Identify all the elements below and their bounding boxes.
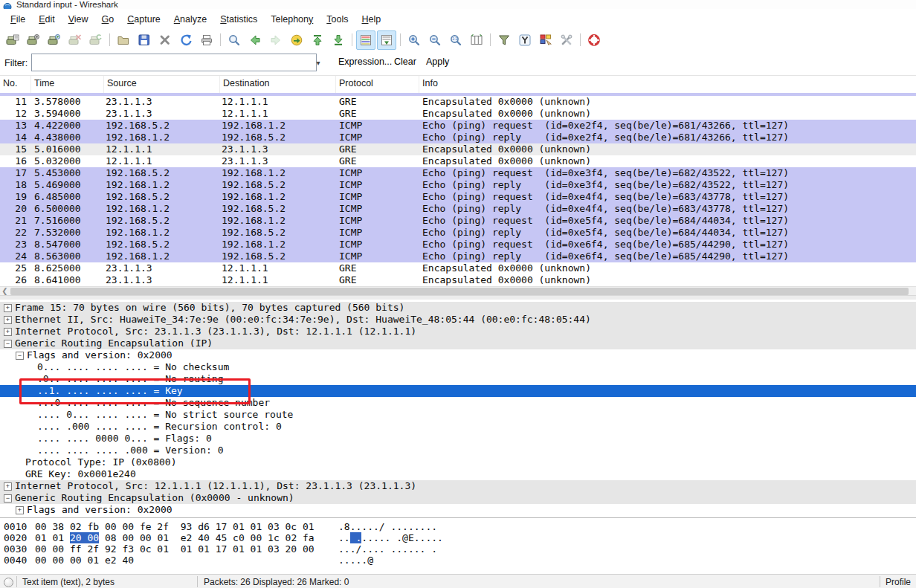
menu-item-statistics[interactable]: Statistics — [213, 11, 264, 28]
detail-row[interactable]: +Flags and version: 0x2000 — [0, 504, 916, 516]
column-header-protocol[interactable]: Protocol — [336, 76, 419, 93]
expand-icon[interactable]: + — [4, 328, 12, 336]
go-first-button[interactable] — [308, 30, 327, 50]
collapse-icon[interactable]: − — [4, 340, 12, 348]
packet-row-18[interactable]: 185.469000192.168.1.2192.168.5.2ICMPEcho… — [0, 179, 916, 191]
capture-options-button[interactable] — [24, 30, 43, 50]
zoom-100-button[interactable]: 1:1 — [446, 30, 465, 50]
detail-row[interactable]: −Flags and version: 0x2000 — [0, 349, 916, 361]
packet-row-17[interactable]: 175.453000192.168.5.2192.168.1.2ICMPEcho… — [0, 167, 916, 179]
menu-item-telephony[interactable]: Telephony — [264, 11, 320, 28]
detail-row[interactable]: Protocol Type: IP (0x0800) — [0, 456, 916, 468]
collapse-icon[interactable]: − — [4, 494, 12, 503]
detail-row[interactable]: .... .... 0000 0... = Flags: 0 — [0, 433, 916, 445]
detail-row[interactable]: .... 0... .... .... = No strict source r… — [0, 409, 916, 421]
apply-button[interactable]: Apply — [426, 56, 449, 67]
detail-row[interactable]: GRE Key: 0x0001e240 — [0, 468, 916, 480]
hex-ascii[interactable]: .8...../ ........ — [338, 521, 437, 532]
packet-row-11[interactable]: 113.57800023.1.1.312.1.1.1GREEncapsulate… — [0, 96, 916, 108]
hex-ascii[interactable]: .../.... ...... . — [338, 543, 437, 555]
clear-button[interactable]: Clear — [394, 56, 416, 67]
packet-row-14[interactable]: 144.438000192.168.1.2192.168.5.2ICMPEcho… — [0, 132, 916, 143]
detail-row[interactable]: .... .... .... .000 = Version: 0 — [0, 445, 916, 456]
zoom-out-button[interactable] — [425, 30, 445, 50]
detail-row[interactable]: .... .000 .... .... = Recursion control:… — [0, 421, 916, 433]
menu-item-view[interactable]: View — [62, 11, 95, 28]
detail-row[interactable]: +Ethernet II, Src: HuaweiTe_34:7e:9e (00… — [0, 314, 916, 326]
packet-row-19[interactable]: 196.485000192.168.5.2192.168.1.2ICMPEcho… — [0, 191, 916, 203]
expand-icon[interactable]: + — [4, 482, 12, 491]
auto-scroll-button[interactable] — [377, 30, 396, 50]
menu-item-analyze[interactable]: Analyze — [167, 11, 213, 28]
hex-bytes[interactable]: 00 00 ff 2f 92 f3 0c 01 01 01 17 01 01 0… — [35, 543, 315, 555]
column-header-info[interactable]: Info — [419, 76, 916, 93]
capture-start-button[interactable] — [45, 30, 64, 50]
hex-row-0040[interactable]: 004000 00 00 01 e2 40.....@ — [0, 555, 916, 566]
list-interfaces-button[interactable] — [3, 30, 22, 50]
reload-button[interactable] — [176, 30, 196, 50]
menu-item-capture[interactable]: Capture — [120, 11, 167, 28]
find-packet-button[interactable] — [225, 30, 244, 50]
expert-info-icon[interactable] — [4, 578, 13, 587]
menu-item-go[interactable]: Go — [95, 11, 121, 28]
expand-icon[interactable]: + — [4, 316, 12, 324]
resize-columns-button[interactable] — [467, 30, 486, 50]
colorize-button[interactable] — [356, 30, 375, 50]
packet-row-26[interactable]: 268.64100023.1.1.312.1.1.1GREEncapsulate… — [0, 274, 916, 286]
expand-icon[interactable]: + — [16, 506, 24, 514]
filter-input[interactable] — [31, 54, 317, 71]
hex-ascii[interactable]: .....@ — [338, 555, 373, 566]
close-capture-button[interactable] — [155, 30, 175, 50]
coloring-rules-button[interactable] — [536, 30, 555, 50]
preferences-button[interactable] — [557, 30, 576, 50]
go-back-button[interactable] — [245, 30, 265, 50]
packet-row-20[interactable]: 206.500000192.168.1.2192.168.5.2ICMPEcho… — [0, 203, 916, 215]
hex-bytes[interactable]: 00 00 00 01 e2 40 — [35, 555, 134, 566]
zoom-in-button[interactable] — [404, 30, 424, 50]
hex-row-0020[interactable]: 002001 01 20 00 08 00 00 01 e2 40 45 c0 … — [0, 532, 916, 543]
save-file-button[interactable] — [135, 30, 154, 50]
detail-row[interactable]: ..1. .... .... .... = Key — [0, 385, 916, 397]
detail-row[interactable]: +Internet Protocol, Src: 23.1.1.3 (23.1.… — [0, 326, 916, 337]
detail-row[interactable]: 0... .... .... .... = No checksum — [0, 361, 916, 373]
filter-dropdown-button[interactable]: ▾ — [312, 55, 324, 70]
detail-row[interactable]: +Frame 15: 70 bytes on wire (560 bits), … — [0, 302, 916, 314]
menu-item-tools[interactable]: Tools — [320, 11, 355, 28]
column-header-destination[interactable]: Destination — [220, 76, 336, 93]
collapse-icon[interactable]: − — [16, 352, 24, 360]
packet-row-24[interactable]: 248.563000192.168.1.2192.168.5.2ICMPEcho… — [0, 251, 916, 262]
menu-item-help[interactable]: Help — [355, 11, 387, 28]
packet-row-22[interactable]: 227.532000192.168.1.2192.168.5.2ICMPEcho… — [0, 227, 916, 239]
column-header-no[interactable]: No. — [0, 76, 31, 93]
hex-ascii[interactable]: .. ...... .@E..... — [338, 532, 443, 543]
hex-row-0010[interactable]: 001000 38 02 fb 00 00 fe 2f 93 d6 17 01 … — [0, 521, 916, 532]
menu-item-edit[interactable]: Edit — [32, 11, 62, 28]
packet-row-13[interactable]: 134.422000192.168.5.2192.168.1.2ICMPEcho… — [0, 120, 916, 132]
column-header-source[interactable]: Source — [104, 76, 220, 93]
expression-button[interactable]: Expression... — [338, 56, 392, 67]
packet-row-25[interactable]: 258.62500023.1.1.312.1.1.1GREEncapsulate… — [0, 262, 916, 274]
help-button[interactable] — [584, 30, 604, 50]
detail-row[interactable]: +Internet Protocol, Src: 12.1.1.1 (12.1.… — [0, 480, 916, 492]
hex-bytes[interactable]: 00 38 02 fb 00 00 fe 2f 93 d6 17 01 01 0… — [35, 521, 315, 532]
hex-row-0030[interactable]: 003000 00 ff 2f 92 f3 0c 01 01 01 17 01 … — [0, 543, 916, 555]
detail-row[interactable]: ...0 .... .... .... = No sequence number — [0, 397, 916, 409]
packet-row-12[interactable]: 123.59400023.1.1.312.1.1.1GREEncapsulate… — [0, 108, 916, 120]
hex-bytes[interactable]: 01 01 20 00 08 00 00 01 e2 40 45 c0 00 1… — [35, 532, 315, 543]
detail-row[interactable]: −Generic Routing Encapsulation (IP) — [0, 337, 916, 349]
detail-row[interactable]: −Generic Routing Encapsulation (0x0000 -… — [0, 492, 916, 504]
packet-row-21[interactable]: 217.516000192.168.5.2192.168.1.2ICMPEcho… — [0, 215, 916, 227]
packet-row-15[interactable]: 155.01600012.1.1.123.1.1.3GREEncapsulate… — [0, 143, 916, 155]
detail-row[interactable]: .0.. .... .... .... = No routing — [0, 373, 916, 385]
open-file-button[interactable] — [114, 30, 133, 50]
display-filter-button[interactable] — [515, 30, 535, 50]
packet-row-16[interactable]: 165.03200012.1.1.123.1.1.3GREEncapsulate… — [0, 155, 916, 167]
packet-row-23[interactable]: 238.547000192.168.5.2192.168.1.2ICMPEcho… — [0, 239, 916, 251]
go-to-packet-button[interactable] — [287, 30, 306, 50]
status-profile[interactable]: Profile — [886, 577, 911, 587]
menu-item-file[interactable]: File — [4, 11, 32, 28]
go-last-button[interactable] — [329, 30, 348, 50]
column-header-time[interactable]: Time — [31, 76, 104, 93]
print-button[interactable] — [197, 30, 216, 50]
capture-filter-button[interactable] — [494, 30, 514, 50]
